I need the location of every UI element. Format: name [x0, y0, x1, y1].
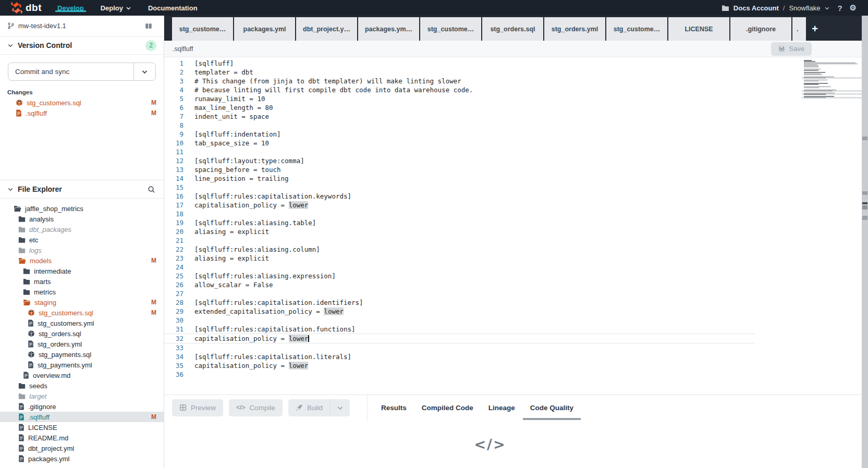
editor-tab[interactable]: stg_orders.yml: [544, 17, 605, 41]
file-explorer-header[interactable]: File Explorer: [0, 180, 164, 199]
tree-item-jaffle-shop-metrics[interactable]: jaffle_shop_metrics: [0, 203, 164, 214]
editor-tab-partial[interactable]: .: [792, 17, 806, 41]
tree-item-packages-yml[interactable]: packages.yml: [0, 453, 164, 464]
code-line[interactable]: 5runaway_limit = 10: [164, 94, 754, 103]
code-line[interactable]: 15: [164, 183, 754, 192]
nav-item-develop[interactable]: Develop: [49, 4, 92, 12]
tree-item-logs[interactable]: logs: [0, 245, 164, 255]
code-line[interactable]: 10tab_space_size = 10: [164, 139, 754, 147]
tree-item-etc[interactable]: etc: [0, 235, 164, 245]
editor-tab[interactable]: stg_custome…: [172, 17, 233, 41]
dbt-logo[interactable]: dbt: [0, 2, 49, 14]
code-line[interactable]: 1[sqlfluff]: [164, 59, 754, 68]
code-line[interactable]: 7indent_unit = space: [164, 112, 754, 121]
build-button[interactable]: Build: [288, 399, 330, 416]
tree-item-stg-customers-yml[interactable]: stg_customers.yml: [0, 318, 164, 328]
code-line[interactable]: 8: [164, 121, 754, 130]
code-line-active[interactable]: 32capitalisation_policy = lower: [164, 334, 754, 343]
result-tab-results[interactable]: Results: [381, 395, 407, 420]
code-line[interactable]: 35capitalisation_policy = lower: [164, 361, 754, 370]
compile-button[interactable]: </> Compile: [229, 399, 283, 416]
code-line[interactable]: 25[sqlfluff:rules:aliasing.expression]: [164, 272, 754, 280]
code-line[interactable]: 18: [164, 210, 754, 218]
gear-icon[interactable]: ⚙: [850, 3, 857, 13]
editor-tab[interactable]: stg_orders.sql: [482, 17, 543, 41]
nav-item-deploy[interactable]: Deploy: [92, 4, 140, 12]
build-options-caret[interactable]: [330, 399, 350, 416]
editor-tab[interactable]: stg_custome…: [420, 17, 481, 41]
tree-item-models[interactable]: modelsM: [0, 255, 164, 266]
tree-item-staging[interactable]: stagingM: [0, 297, 164, 307]
tree-item--gitignore[interactable]: .gitignore: [0, 401, 164, 412]
tree-item-stg-orders-sql[interactable]: stg_orders.sql: [0, 328, 164, 339]
changed-file-row[interactable]: stg_customers.sqlM: [0, 97, 164, 108]
branch-selector[interactable]: mw-test-idev1.1: [0, 16, 164, 36]
code-line[interactable]: 30: [164, 316, 754, 325]
editor-tab[interactable]: stg_custome…: [606, 17, 667, 41]
code-line[interactable]: 4# because linting will first compile db…: [164, 85, 754, 94]
code-line[interactable]: 2templater = dbt: [164, 68, 754, 77]
preview-button[interactable]: Preview: [172, 399, 223, 416]
result-tab-lineage[interactable]: Lineage: [488, 395, 515, 420]
code-line[interactable]: 24: [164, 263, 754, 272]
tree-item-stg-payments-sql[interactable]: stg_payments.sql: [0, 349, 164, 360]
code-line[interactable]: 27: [164, 289, 754, 298]
tree-item-dbt-packages[interactable]: dbt_packages: [0, 224, 164, 235]
tree-item-target[interactable]: target: [0, 391, 164, 401]
code-line[interactable]: 16[sqlfluff:rules:capitalisation.keyword…: [164, 192, 754, 201]
result-tab-code-quality[interactable]: Code Quality: [530, 395, 573, 420]
code-line[interactable]: 31[sqlfluff:rules:capitalisation.functio…: [164, 325, 754, 334]
tree-item-stg-orders-yml[interactable]: stg_orders.yml: [0, 339, 164, 349]
code-line[interactable]: 3# This change (from jinja to dbt templa…: [164, 77, 754, 85]
tree-item-metrics[interactable]: metrics: [0, 287, 164, 297]
editor-tab[interactable]: packages.yml: [234, 17, 295, 41]
code-line[interactable]: 19[sqlfluff:rules:aliasing.table]: [164, 218, 754, 227]
code-line[interactable]: 33: [164, 343, 754, 352]
code-line[interactable]: 22[sqlfluff:rules:aliasing.column]: [164, 245, 754, 254]
changed-file-row[interactable]: .sqlfluffM: [0, 108, 164, 118]
editor-tab[interactable]: packages.ym…: [358, 17, 419, 41]
code-line[interactable]: 36: [164, 370, 754, 379]
code-line[interactable]: 11: [164, 147, 754, 156]
account-switcher[interactable]: Docs Account / Snowflake: [722, 4, 830, 12]
tree-item-dbt-project-yml[interactable]: dbt_project.yml: [0, 443, 164, 453]
new-tab-button[interactable]: +: [807, 17, 823, 41]
code-line[interactable]: 12[sqlfluff:layout:type:comma]: [164, 156, 754, 165]
tree-item-intermediate[interactable]: intermediate: [0, 266, 164, 276]
code-line[interactable]: 14line_position = trailing: [164, 174, 754, 183]
help-icon[interactable]: ?: [837, 4, 842, 13]
nav-item-documentation[interactable]: Documentation: [140, 4, 206, 12]
code-line[interactable]: 23aliasing = explicit: [164, 254, 754, 263]
tree-item-stg-payments-yml[interactable]: stg_payments.yml: [0, 360, 164, 370]
page-scrollbar[interactable]: [862, 16, 868, 468]
code-line[interactable]: 29extended_capitalisation_policy = lower: [164, 307, 754, 316]
editor-minimap[interactable]: [804, 60, 863, 99]
result-tab-compiled-code[interactable]: Compiled Code: [422, 395, 473, 420]
code-line[interactable]: 34[sqlfluff:rules:capitalisation.literal…: [164, 352, 754, 361]
tree-item-license[interactable]: LICENSE: [0, 422, 164, 433]
code-line[interactable]: 28[sqlfluff:rules:capitalisation.identif…: [164, 298, 754, 307]
tree-item-readme-md[interactable]: README.md: [0, 433, 164, 443]
version-control-header[interactable]: Version Control 2: [0, 36, 164, 55]
tree-item-marts[interactable]: marts: [0, 276, 164, 287]
tree-item-stg-customers-sql[interactable]: stg_customers.sqlM: [0, 307, 164, 318]
editor-tab[interactable]: LICENSE: [668, 17, 729, 41]
code-editor[interactable]: 1[sqlfluff]2templater = dbt3# This chang…: [164, 57, 868, 395]
tree-item-seeds[interactable]: seeds: [0, 380, 164, 391]
code-line[interactable]: 21: [164, 236, 754, 245]
save-button[interactable]: Save: [771, 42, 812, 56]
tree-item-analysis[interactable]: analysis: [0, 214, 164, 224]
panel-layout-icon[interactable]: [144, 22, 153, 30]
code-line[interactable]: 26allow_scalar = False: [164, 280, 754, 289]
code-line[interactable]: 20aliasing = explicit: [164, 227, 754, 236]
commit-and-sync-button[interactable]: Commit and sync: [8, 63, 156, 81]
editor-tab[interactable]: .gitignore: [730, 17, 791, 41]
code-line[interactable]: 13spacing_before = touch: [164, 165, 754, 174]
commit-options-caret[interactable]: [133, 63, 155, 80]
editor-tab[interactable]: dbt_project.y…: [296, 17, 357, 41]
code-line[interactable]: 17capitalisation_policy = lower: [164, 201, 754, 210]
tree-item--sqlfluff[interactable]: .sqlfluffM: [0, 412, 164, 422]
code-line[interactable]: 9[sqlfluff:indentation]: [164, 130, 754, 139]
search-icon[interactable]: [148, 186, 155, 193]
tree-item-overview-md[interactable]: overview.md: [0, 370, 164, 380]
